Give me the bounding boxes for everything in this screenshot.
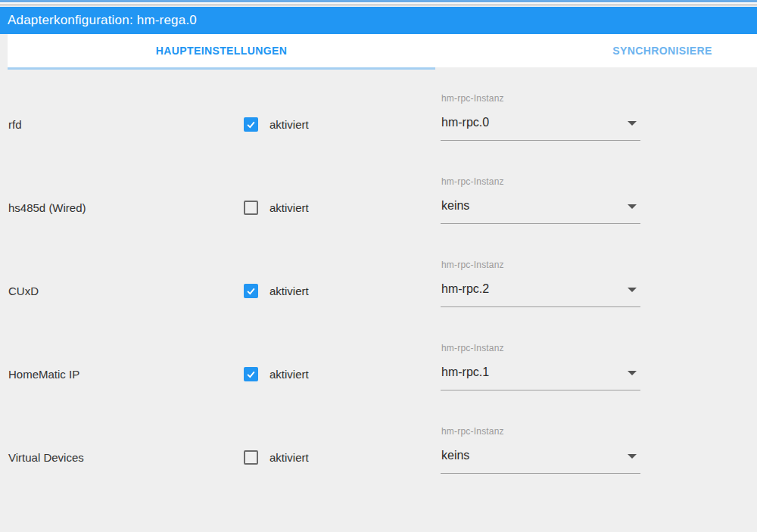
aktiviert-label[interactable]: aktiviert (269, 284, 309, 298)
dropdown-arrow-icon (628, 204, 637, 209)
select-value: keins (441, 199, 469, 213)
aktiviert-checkbox-group[interactable]: aktiviert (244, 117, 309, 132)
form-row-virtual-devices: Virtual Devices aktiviert hm-rpc-Instanz… (0, 416, 757, 499)
dropdown-arrow-icon (628, 121, 637, 126)
form-row-rfd: rfd aktiviert hm-rpc-Instanz hm-rpc.0 (0, 83, 757, 166)
check-icon (245, 285, 257, 297)
tabbar: HAUPTEINSTELLUNGEN SYNCHRONISIERE (0, 34, 757, 67)
dialog-titlebar: Adapterkonfiguration: hm-rega.0 (0, 7, 757, 34)
daemon-label: CUxD (8, 250, 39, 333)
hm-rpc-instanz-select[interactable]: hm-rpc-Instanz keins (441, 166, 640, 224)
tab-synchronisiere[interactable]: SYNCHRONISIERE (435, 34, 757, 67)
hm-rpc-instanz-select[interactable]: hm-rpc-Instanz keins (441, 416, 640, 474)
dropdown-arrow-icon (628, 371, 637, 375)
hm-rpc-instanz-select[interactable]: hm-rpc-Instanz hm-rpc.1 (441, 333, 640, 390)
aktiviert-checkbox[interactable] (244, 201, 258, 215)
dropdown-arrow-icon (628, 288, 637, 292)
aktiviert-checkbox-group[interactable]: aktiviert (244, 201, 309, 215)
dropdown-arrow-icon (628, 454, 637, 459)
aktiviert-label[interactable]: aktiviert (269, 367, 309, 381)
select-value: hm-rpc.2 (441, 282, 489, 296)
form-row-homematic-ip: HomeMatic IP aktiviert hm-rpc-Instanz hm… (0, 333, 757, 416)
select-label: hm-rpc-Instanz (441, 176, 504, 187)
check-icon (245, 369, 257, 380)
tab-haupteinstellungen[interactable]: HAUPTEINSTELLUNGEN (8, 34, 435, 67)
select-label: hm-rpc-Instanz (441, 343, 504, 353)
aktiviert-checkbox-group[interactable]: aktiviert (244, 284, 309, 298)
form-row-cuxd: CUxD aktiviert hm-rpc-Instanz hm-rpc.2 (0, 250, 757, 333)
aktiviert-checkbox[interactable] (244, 284, 258, 298)
daemon-label: HomeMatic IP (8, 333, 79, 416)
daemon-label: Virtual Devices (8, 416, 84, 499)
tab-label: SYNCHRONISIERE (612, 45, 712, 57)
form-row-hs485d: hs485d (Wired) aktiviert hm-rpc-Instanz … (0, 166, 757, 250)
tab-label: HAUPTEINSTELLUNGEN (156, 45, 288, 57)
check-icon (245, 119, 257, 130)
hm-rpc-instanz-select[interactable]: hm-rpc-Instanz hm-rpc.0 (441, 83, 640, 141)
dialog-title: Adapterkonfiguration: hm-rega.0 (8, 13, 197, 28)
aktiviert-label[interactable]: aktiviert (269, 117, 309, 132)
config-form: rfd aktiviert hm-rpc-Instanz hm-rpc.0 hs… (0, 70, 757, 532)
aktiviert-label[interactable]: aktiviert (269, 201, 309, 215)
select-value: hm-rpc.1 (441, 366, 489, 379)
daemon-label: hs485d (Wired) (8, 166, 86, 250)
aktiviert-checkbox[interactable] (244, 117, 258, 132)
aktiviert-checkbox[interactable] (244, 367, 258, 381)
select-label: hm-rpc-Instanz (441, 93, 504, 104)
select-label: hm-rpc-Instanz (441, 426, 504, 437)
daemon-label: rfd (8, 83, 22, 166)
select-label: hm-rpc-Instanz (441, 260, 504, 270)
aktiviert-label[interactable]: aktiviert (269, 450, 309, 465)
aktiviert-checkbox[interactable] (244, 450, 258, 465)
select-value: hm-rpc.0 (441, 116, 489, 129)
aktiviert-checkbox-group[interactable]: aktiviert (244, 367, 309, 381)
select-value: keins (441, 449, 469, 462)
aktiviert-checkbox-group[interactable]: aktiviert (244, 450, 309, 465)
hm-rpc-instanz-select[interactable]: hm-rpc-Instanz hm-rpc.2 (441, 250, 640, 307)
